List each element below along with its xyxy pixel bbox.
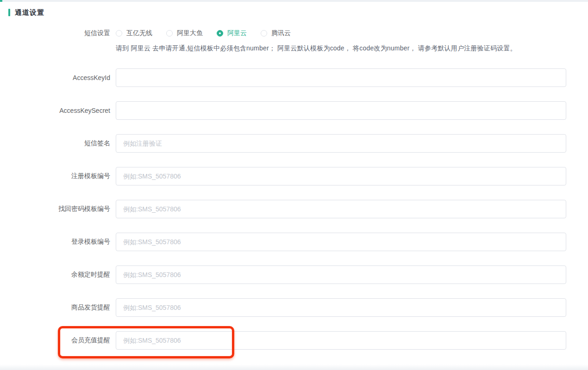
provider-note-row: 请到 阿里云 去申请开通,短信模板中必须包含number； 阿里云默认模板为co… [0, 44, 588, 53]
channel-settings-page: 通道设置 短信设置 互亿无线 阿里大鱼 阿里云 腾讯云 请到 阿里云 去申请开通… [0, 0, 588, 370]
field-label: 会员充值提醒 [0, 336, 116, 345]
form-field-row: 会员充值提醒 [0, 331, 588, 350]
field-input[interactable] [116, 101, 566, 120]
radio-option-label: 阿里云 [227, 29, 247, 37]
form-field-row: 登录模板编号 [0, 233, 588, 251]
radio-icon [217, 30, 223, 37]
sms-provider-radio-group: 互亿无线 阿里大鱼 阿里云 腾讯云 [116, 29, 305, 37]
field-input[interactable] [116, 233, 566, 251]
field-input[interactable] [116, 331, 566, 350]
field-label: AccessKeySecret [0, 107, 116, 114]
radio-option-label: 腾讯云 [271, 29, 291, 37]
field-label: AccessKeyId [0, 74, 116, 81]
title-marker-bar [8, 9, 10, 16]
field-label: 注册模板编号 [0, 172, 116, 180]
field-input[interactable] [116, 68, 566, 87]
sms-provider-label: 短信设置 [0, 29, 116, 37]
field-label: 短信签名 [0, 139, 116, 148]
form-field-row: 找回密码模板编号 [0, 200, 588, 218]
top-strip [0, 0, 588, 2]
field-input[interactable] [116, 200, 566, 218]
radio-option-label: 互亿无线 [126, 29, 152, 37]
radio-icon [166, 30, 173, 37]
radio-option[interactable]: 腾讯云 [261, 29, 291, 37]
sms-provider-row: 短信设置 互亿无线 阿里大鱼 阿里云 腾讯云 [0, 29, 588, 38]
radio-option[interactable]: 阿里大鱼 [166, 29, 203, 37]
field-input[interactable] [116, 134, 566, 153]
field-input[interactable] [116, 265, 566, 284]
page-title: 通道设置 [15, 8, 44, 17]
field-input[interactable] [116, 167, 566, 185]
form-fields: AccessKeyId AccessKeySecret 短信签名 注册模板编号 … [0, 68, 588, 350]
radio-icon [261, 30, 267, 37]
form-field-row: 商品发货提醒 [0, 298, 588, 317]
provider-note-text: 请到 阿里云 去申请开通,短信模板中必须包含number； 阿里云默认模板为co… [116, 44, 517, 53]
section-header: 通道设置 [8, 8, 588, 17]
field-label: 余额定时提醒 [0, 271, 116, 279]
form-field-row: 短信签名 [0, 134, 588, 153]
field-label: 登录模板编号 [0, 238, 116, 246]
field-label: 找回密码模板编号 [0, 205, 116, 213]
form-field-row: AccessKeySecret [0, 101, 588, 120]
sms-settings-form: 短信设置 互亿无线 阿里大鱼 阿里云 腾讯云 请到 阿里云 去申请开通,短信模板… [0, 29, 588, 350]
radio-option-label: 阿里大鱼 [177, 29, 203, 37]
field-label: 商品发货提醒 [0, 303, 116, 312]
bottom-fade [0, 364, 588, 370]
field-input[interactable] [116, 298, 566, 317]
radio-option[interactable]: 阿里云 [217, 29, 247, 37]
form-field-row: 注册模板编号 [0, 167, 588, 185]
top-strip-accent [0, 0, 2, 2]
radio-option[interactable]: 互亿无线 [116, 29, 152, 37]
form-field-row: AccessKeyId [0, 68, 588, 87]
radio-icon [116, 30, 122, 37]
form-field-row: 余额定时提醒 [0, 265, 588, 284]
